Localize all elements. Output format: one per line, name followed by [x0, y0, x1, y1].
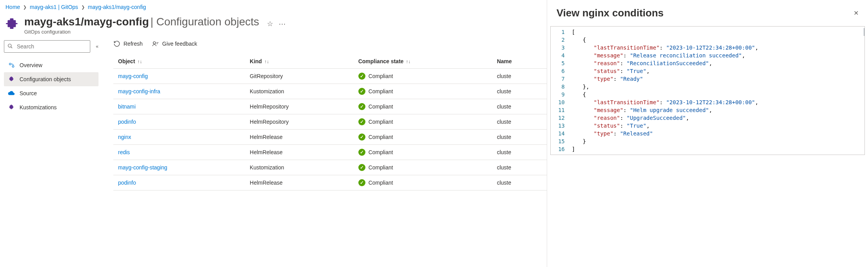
code-line[interactable]: "type": "Released" — [572, 130, 864, 137]
compliance-cell: ✓Compliant — [358, 73, 488, 80]
code-line[interactable]: ] — [572, 145, 864, 153]
code-line[interactable]: "message": "Helm upgrade succeeded", — [572, 106, 864, 114]
success-check-icon: ✓ — [358, 149, 365, 156]
breadcrumb-link[interactable]: mayg-aks1/mayg-config — [88, 4, 146, 10]
search-input[interactable] — [16, 43, 87, 50]
more-actions-icon[interactable]: ⋯ — [279, 20, 286, 28]
sidebar-item-configuration-objects[interactable]: Configuration objects — [4, 72, 98, 86]
line-number: 5 — [551, 59, 565, 67]
compliance-cell: ✓Compliant — [358, 88, 488, 95]
svg-line-1 — [11, 46, 13, 48]
nav-search[interactable] — [4, 40, 90, 53]
line-number: 10 — [551, 98, 565, 106]
code-line[interactable]: "message": "Release reconciliation succe… — [572, 52, 864, 59]
compliance-label: Compliant — [369, 149, 393, 155]
resource-name: mayg-aks1/mayg-config — [24, 16, 149, 28]
svg-point-4 — [153, 42, 156, 44]
code-line[interactable]: } — [572, 137, 864, 145]
resource-icon — [5, 17, 19, 31]
sidebar-item-kustomizations[interactable]: Kustomizations — [4, 100, 98, 114]
object-link[interactable]: redis — [118, 149, 130, 155]
object-link[interactable]: nginx — [118, 134, 131, 140]
feedback-button[interactable]: Give feedback — [152, 40, 197, 47]
sidebar-item-overview[interactable]: Overview — [4, 58, 98, 72]
column-header-object[interactable]: Object↑↓ — [113, 54, 245, 69]
code-line[interactable]: { — [572, 91, 864, 98]
success-check-icon: ✓ — [358, 118, 365, 125]
code-line[interactable]: "reason": "UpgradeSucceeded", — [572, 114, 864, 122]
json-viewer[interactable]: 12345678910111213141516 [{"lastTransitio… — [550, 26, 865, 155]
column-label: Compliance state — [358, 58, 404, 64]
line-number: 15 — [551, 137, 565, 145]
code-line[interactable]: "reason": "ReconciliationSucceeded", — [572, 59, 864, 67]
namespace-cell: cluste — [492, 69, 547, 84]
svg-point-3 — [12, 66, 14, 68]
code-line[interactable]: }, — [572, 83, 864, 91]
objects-table: Object↑↓Kind↑↓Compliance state↑↓Name may… — [113, 54, 547, 190]
compliance-cell: ✓Compliant — [358, 179, 488, 186]
code-line[interactable]: "lastTransitionTime": "2023-10-12T22:34:… — [572, 44, 864, 52]
refresh-button[interactable]: Refresh — [113, 40, 143, 47]
code-line[interactable]: "lastTransitionTime": "2023-10-12T22:34:… — [572, 98, 864, 106]
compliance-label: Compliant — [369, 88, 393, 94]
table-row: podinfoHelmRelease✓Compliantcluste — [113, 175, 547, 190]
feedback-label: Give feedback — [162, 41, 197, 47]
column-header-compliance[interactable]: Compliance state↑↓ — [354, 54, 492, 69]
compliance-cell: ✓Compliant — [358, 134, 488, 141]
table-row: mayg-config-infraKustomization✓Compliant… — [113, 84, 547, 99]
code-line[interactable]: { — [572, 36, 864, 44]
sort-icon: ↑↓ — [138, 59, 142, 64]
namespace-cell: cluste — [492, 114, 547, 130]
page-title: mayg-aks1/mayg-config | Configuration ob… — [24, 16, 259, 35]
breadcrumb-link[interactable]: mayg-aks1 | GitOps — [30, 4, 78, 10]
breadcrumb-link[interactable]: Home — [5, 4, 20, 10]
success-check-icon: ✓ — [358, 103, 365, 110]
compliance-label: Compliant — [369, 134, 393, 140]
chevron-right-icon: ❯ — [81, 5, 85, 10]
column-label: Kind — [250, 58, 262, 64]
sidebar-item-label: Configuration objects — [20, 76, 71, 82]
object-link[interactable]: podinfo — [118, 119, 136, 125]
object-link[interactable]: mayg-config-staging — [118, 164, 167, 171]
namespace-cell: cluste — [492, 99, 547, 114]
close-icon[interactable]: ✕ — [854, 9, 859, 17]
search-icon — [7, 43, 13, 50]
svg-point-2 — [9, 63, 11, 65]
compliance-cell: ✓Compliant — [358, 164, 488, 171]
line-number: 2 — [551, 36, 565, 44]
success-check-icon: ✓ — [358, 164, 365, 171]
code-line[interactable]: [ — [572, 28, 864, 36]
line-number: 12 — [551, 114, 565, 122]
compliance-label: Compliant — [369, 119, 393, 125]
sort-icon: ↑↓ — [406, 59, 411, 64]
collapse-nav-icon[interactable]: « — [96, 44, 98, 49]
sidebar-item-source[interactable]: Source — [4, 86, 98, 100]
object-link[interactable]: bitnami — [118, 103, 136, 110]
table-row: bitnamiHelmRepository✓Compliantcluste — [113, 99, 547, 114]
title-actions: ☆ ⋯ — [267, 20, 286, 28]
kind-cell: HelmRelease — [245, 175, 354, 190]
page-title-row: mayg-aks1/mayg-config | Configuration ob… — [0, 16, 547, 37]
table-row: redisHelmRelease✓Compliantcluste — [113, 145, 547, 160]
object-link[interactable]: podinfo — [118, 180, 136, 186]
object-link[interactable]: mayg-config-infra — [118, 88, 160, 94]
object-link[interactable]: mayg-config — [118, 73, 148, 79]
compliance-label: Compliant — [369, 164, 393, 171]
code-line[interactable]: "type": "Ready" — [572, 75, 864, 83]
compliance-label: Compliant — [369, 103, 393, 110]
content-area: Refresh Give feedback Object↑↓Kind↑↓Comp… — [102, 37, 547, 267]
column-label: Object — [118, 58, 135, 64]
column-header-kind[interactable]: Kind↑↓ — [245, 54, 354, 69]
cloud-icon — [8, 90, 15, 97]
side-nav: « OverviewConfiguration objectsSourceKus… — [0, 37, 102, 267]
line-number: 16 — [551, 145, 565, 153]
code-line[interactable]: "status": "True", — [572, 67, 864, 75]
favorite-star-icon[interactable]: ☆ — [267, 20, 273, 28]
kind-cell: Kustomization — [245, 84, 354, 99]
line-number: 13 — [551, 122, 565, 130]
table-row: podinfoHelmRepository✓Compliantcluste — [113, 114, 547, 130]
namespace-cell: cluste — [492, 84, 547, 99]
code-line[interactable]: "status": "True", — [572, 122, 864, 130]
breadcrumb: Home ❯ mayg-aks1 | GitOps ❯ mayg-aks1/ma… — [0, 4, 547, 16]
puzzle-icon — [8, 104, 15, 111]
